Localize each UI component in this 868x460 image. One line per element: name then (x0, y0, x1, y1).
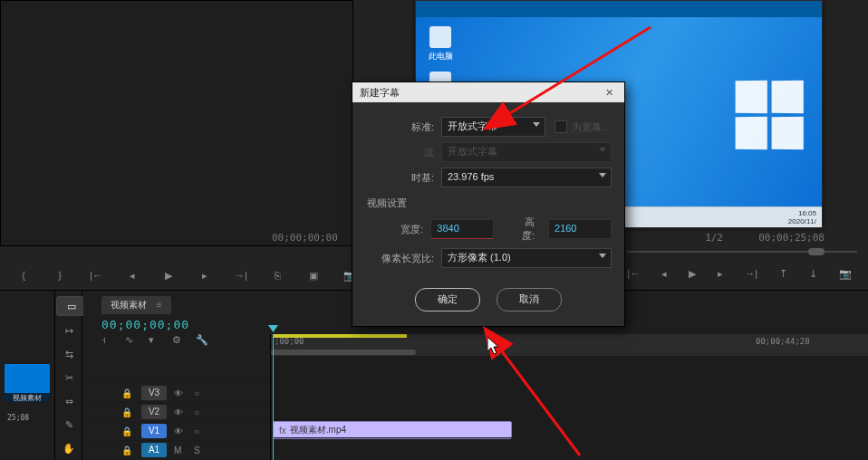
wrench-icon[interactable]: 🔧 (196, 334, 208, 347)
timeline-clip[interactable]: fx 视频素材.mp4 (273, 421, 512, 439)
insert-icon[interactable]: ⎘ (270, 268, 285, 283)
mouse-cursor-icon (487, 337, 500, 355)
sync-lock-icon[interactable]: ○ (194, 407, 203, 417)
clip-label: 视频素材.mp4 (290, 424, 346, 436)
chevron-down-icon (599, 173, 606, 177)
closed-caption-checkbox[interactable] (555, 120, 567, 133)
eye-icon[interactable]: 👁 (174, 426, 187, 436)
program-scale[interactable] (627, 248, 857, 255)
go-in-icon[interactable]: |← (89, 268, 103, 283)
stream-select-value: 开放式字幕 (448, 146, 497, 157)
slip-tool-icon[interactable]: ⇔ (60, 392, 78, 410)
selection-tool-icon[interactable]: ▭ (56, 296, 87, 316)
play-icon[interactable]: ▶ (161, 268, 176, 283)
height-input[interactable]: 2160 (548, 219, 612, 239)
stream-select: 开放式字幕 (441, 142, 612, 162)
go-out-icon[interactable]: →| (234, 268, 248, 283)
sync-lock-icon[interactable]: ○ (194, 388, 203, 398)
track-headers: 🔒 V3 👁 ○ 🔒 V2 👁 ○ 🔒 V1 👁 ○ (83, 356, 270, 460)
cancel-button[interactable]: 取消 (497, 288, 562, 311)
track-row-a1[interactable] (271, 437, 868, 456)
lift-icon[interactable]: ⤒ (779, 268, 787, 280)
time-ruler[interactable]: ;00;00 00;00;44;28 (271, 334, 868, 356)
chevron-down-icon (599, 254, 606, 258)
label-standard: 标准: (365, 120, 434, 134)
track-row-v2[interactable] (271, 401, 868, 420)
playhead[interactable] (273, 334, 274, 460)
track-label[interactable]: V3 (141, 386, 167, 400)
desktop-icon: 此电脑 (425, 26, 456, 62)
track-header-v2[interactable]: 🔒 V2 👁 ○ (83, 402, 270, 421)
lock-icon[interactable]: 🔒 (121, 426, 134, 436)
razor-tool-icon[interactable]: ✂ (60, 369, 78, 387)
ok-button[interactable]: 确定 (415, 288, 480, 311)
hand-tool-icon[interactable]: ✋ (60, 439, 78, 457)
timebase-select-value: 23.976 fps (448, 171, 494, 182)
lock-icon[interactable]: 🔒 (121, 446, 134, 455)
project-item-duration: 25;08 (7, 414, 29, 422)
zoom-thumb[interactable] (271, 350, 416, 355)
ruler-label: 00;00;44;28 (756, 337, 810, 346)
mute-icon[interactable]: M (174, 446, 187, 455)
windows-logo-icon (735, 81, 807, 153)
par-select-value: 方形像素 (1.0) (448, 252, 511, 263)
snap-icon[interactable]: ⫞ (101, 334, 114, 347)
export-frame-icon[interactable]: 📷 (839, 268, 852, 280)
dialog-title: 新建字幕 (360, 82, 400, 102)
program-scale-thumb[interactable] (808, 248, 825, 255)
sync-lock-icon[interactable]: ○ (194, 426, 203, 436)
step-fwd-icon[interactable]: ▸ (718, 268, 723, 280)
track-select-tool-icon[interactable]: ↦ (60, 321, 78, 340)
program-zoom[interactable]: 1/2 (705, 232, 723, 244)
track-area[interactable]: ;00;00 00;00;44;28 fx 视频素材.mp4 (270, 334, 868, 460)
new-caption-dialog: 新建字幕 ✕ 标准: 开放式字幕 为宽幕… 流 开放式字幕 (352, 81, 625, 327)
timeline-tools: ▭ ↦ ⇆ ✂ ⇔ ✎ ✋ T (56, 291, 82, 460)
close-icon[interactable]: ✕ (601, 82, 617, 99)
label-timebase: 时基: (365, 171, 434, 185)
closed-caption-label: 为宽幕… (572, 120, 612, 134)
timebase-select[interactable]: 23.976 fps (441, 168, 612, 187)
go-in-icon[interactable]: |← (627, 268, 640, 280)
timeline-playhead-time[interactable]: 00;00;00;00 (101, 318, 189, 331)
track-header-v3[interactable]: 🔒 V3 👁 ○ (83, 383, 270, 402)
width-input[interactable]: 3840 (430, 219, 494, 239)
extract-icon[interactable]: ⤓ (809, 268, 817, 280)
track-header-a1[interactable]: 🔒 A1 M S (83, 440, 270, 459)
track-row-v3[interactable] (271, 383, 868, 402)
tracks: fx 视频素材.mp4 (271, 356, 868, 460)
label-width: 宽度: (365, 223, 423, 236)
project-item-thumb[interactable]: 视频素材 (4, 363, 51, 403)
step-back-icon[interactable]: ◂ (125, 268, 140, 283)
track-label[interactable]: V2 (141, 405, 167, 419)
eye-icon[interactable]: 👁 (174, 388, 187, 398)
mark-in-icon[interactable]: { (16, 268, 31, 283)
lock-icon[interactable]: 🔒 (121, 388, 134, 398)
go-out-icon[interactable]: →| (745, 268, 757, 280)
preview-window-titlebar (416, 1, 822, 17)
play-icon[interactable]: ▶ (689, 268, 696, 280)
pen-tool-icon[interactable]: ✎ (60, 416, 78, 434)
chevron-down-icon (533, 122, 540, 127)
step-fwd-icon[interactable]: ▸ (198, 268, 212, 283)
track-header-v1[interactable]: 🔒 V1 👁 ○ (83, 421, 270, 440)
track-label[interactable]: A1 (141, 443, 167, 457)
solo-icon[interactable]: S (194, 446, 203, 455)
project-panel: 视频素材 25;08 (0, 291, 55, 460)
mark-out-icon[interactable]: } (53, 268, 67, 283)
close-icon[interactable]: ≡ (157, 300, 162, 310)
step-back-icon[interactable]: ◂ (661, 268, 667, 280)
lock-icon[interactable]: 🔒 (121, 407, 134, 417)
track-row-v1[interactable]: fx 视频素材.mp4 (271, 419, 868, 438)
track-label[interactable]: V1 (141, 424, 167, 438)
eye-icon[interactable]: 👁 (174, 407, 187, 417)
settings-icon[interactable]: ⚙ (172, 334, 185, 347)
standard-select[interactable]: 开放式字幕 (441, 117, 545, 137)
par-select[interactable]: 方形像素 (1.0) (441, 248, 612, 268)
sequence-tab-label: 视频素材 (111, 300, 147, 310)
dialog-titlebar[interactable]: 新建字幕 ✕ (352, 82, 624, 102)
ripple-tool-icon[interactable]: ⇆ (60, 345, 78, 363)
overwrite-icon[interactable]: ▣ (306, 268, 321, 283)
linked-selection-icon[interactable]: ∿ (125, 334, 138, 347)
sequence-tab[interactable]: 视频素材 ≡ (101, 296, 171, 314)
marker-icon[interactable]: ▾ (149, 334, 161, 347)
